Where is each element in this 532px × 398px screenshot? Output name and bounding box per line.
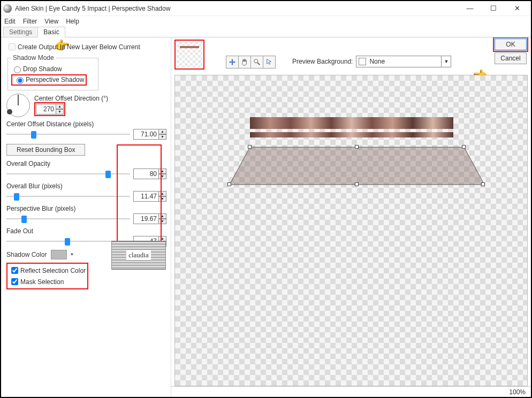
spin-down-icon[interactable]: ▼ xyxy=(56,109,64,114)
handle-icon[interactable] xyxy=(462,145,466,149)
cancel-button[interactable]: Cancel xyxy=(495,52,527,64)
center-offset-distance-value[interactable] xyxy=(133,129,159,140)
create-output-checkbox[interactable]: Create Output In New Layer Below Current xyxy=(6,42,166,52)
watermark-text: claudia xyxy=(126,251,151,259)
preview-toolbar: Preview Background: None ▼ 👉 OK Cancel xyxy=(171,37,531,75)
menu-bar: Edit Filter View Help 👉 xyxy=(1,16,531,27)
reflect-selection-input[interactable] xyxy=(11,267,18,274)
preview-background-label: Preview Background: xyxy=(292,58,353,65)
handle-icon[interactable] xyxy=(355,145,359,149)
overall-blur-slider[interactable] xyxy=(6,192,130,201)
tab-settings[interactable]: Settings xyxy=(3,27,38,37)
create-output-input[interactable] xyxy=(9,43,16,50)
shadow-color-label: Shadow Color xyxy=(6,251,47,258)
create-output-label: Create Output In New Layer Below Current xyxy=(18,43,140,51)
center-offset-distance: Center Offset Distance (pixels) ▲▼ xyxy=(6,120,166,140)
move-tool-button[interactable] xyxy=(226,56,239,68)
handle-icon[interactable] xyxy=(227,182,231,186)
tab-basic[interactable]: Basic xyxy=(37,27,65,37)
zoom-tool-button[interactable] xyxy=(250,56,263,68)
overall-opacity-slider[interactable] xyxy=(6,170,130,178)
center-offset-distance-slider[interactable] xyxy=(6,130,130,139)
menu-filter[interactable]: Filter xyxy=(23,18,37,25)
handle-icon[interactable] xyxy=(248,145,252,149)
svg-point-0 xyxy=(254,59,258,63)
perspective-blur-slider[interactable] xyxy=(6,215,130,223)
preview-background-select[interactable]: None ▼ xyxy=(356,56,451,67)
menu-help[interactable]: Help xyxy=(66,18,79,25)
center-offset-direction-value[interactable] xyxy=(36,104,56,114)
shadow-bounding-box[interactable] xyxy=(229,145,485,187)
center-offset-distance-spin[interactable]: ▲▼ xyxy=(133,129,166,140)
preview-object xyxy=(250,117,453,129)
shadow-mode-group: Shadow Mode Drop Shadow Perspective Shad… xyxy=(7,54,98,90)
chevron-down-icon[interactable]: ▼ xyxy=(442,56,451,67)
dialog-buttons: 👉 OK Cancel xyxy=(495,39,527,64)
center-offset-direction-spin[interactable]: ▲▼ xyxy=(36,104,64,114)
menu-view[interactable]: View xyxy=(44,18,58,25)
mask-selection-label: Mask Selection xyxy=(20,278,64,286)
body: Create Output In New Layer Below Current… xyxy=(1,37,531,397)
drop-shadow-radio[interactable]: Drop Shadow xyxy=(11,65,95,73)
watermark: claudia xyxy=(111,241,166,270)
app-window: Alien Skin | Eye Candy 5 Impact | Perspe… xyxy=(0,0,532,398)
preview-panel: Preview Background: None ▼ 👉 OK Cancel xyxy=(171,37,531,397)
reset-bounding-box-button[interactable]: Reset Bounding Box xyxy=(6,144,85,156)
preview-canvas[interactable] xyxy=(174,75,528,386)
window-title: Alien Skin | Eye Candy 5 Impact | Perspe… xyxy=(15,5,458,12)
mask-selection-input[interactable] xyxy=(11,278,18,285)
pointer-tool-button[interactable] xyxy=(263,56,276,68)
perspective-shadow-radio[interactable]: Perspective Shadow xyxy=(11,74,95,86)
drop-shadow-input[interactable] xyxy=(14,66,21,73)
preview-thumbnail[interactable] xyxy=(174,40,204,70)
svg-line-1 xyxy=(257,63,260,65)
direction-dial[interactable] xyxy=(6,94,30,117)
hand-tool-button[interactable] xyxy=(238,56,251,68)
maximize-button[interactable]: ☐ xyxy=(482,2,505,16)
zoom-level: 100% xyxy=(509,388,526,396)
svg-marker-2 xyxy=(230,147,484,185)
title-bar: Alien Skin | Eye Candy 5 Impact | Perspe… xyxy=(1,1,531,16)
drop-shadow-label: Drop Shadow xyxy=(23,65,62,73)
perspective-shadow-label: Perspective Shadow xyxy=(26,76,84,83)
center-offset-direction-label: Center Offset Direction (°) xyxy=(34,95,108,102)
tool-buttons xyxy=(226,56,275,68)
preview-bg-swatch-icon xyxy=(359,58,366,65)
spin-up-icon[interactable]: ▲ xyxy=(56,104,64,109)
close-button[interactable]: ✕ xyxy=(505,2,529,16)
settings-panel: Create Output In New Layer Below Current… xyxy=(1,37,171,397)
reflect-selection-label: Reflect Selection Color xyxy=(20,267,86,274)
center-offset-distance-label: Center Offset Distance (pixels) xyxy=(6,120,166,128)
preview-object-edge xyxy=(250,132,453,137)
shadow-mode-legend: Shadow Mode xyxy=(11,54,56,62)
minimize-button[interactable]: ― xyxy=(458,2,482,16)
shadow-color-swatch[interactable] xyxy=(51,250,67,259)
center-offset-direction: Center Offset Direction (°) ▲▼ xyxy=(6,94,166,117)
app-icon xyxy=(3,4,12,13)
handle-icon[interactable] xyxy=(355,182,359,186)
reflect-selection-checkbox[interactable]: Reflect Selection Color xyxy=(9,265,86,275)
perspective-shadow-input[interactable] xyxy=(17,77,24,84)
preview-background-value: None xyxy=(369,58,385,65)
handle-icon[interactable] xyxy=(481,182,485,186)
ok-button[interactable]: OK xyxy=(495,39,527,50)
status-bar: 100% xyxy=(171,386,531,397)
window-controls: ― ☐ ✕ xyxy=(458,2,529,16)
tab-strip: Settings Basic xyxy=(1,27,531,37)
menu-edit[interactable]: Edit xyxy=(4,18,16,25)
mask-selection-checkbox[interactable]: Mask Selection xyxy=(9,277,86,287)
